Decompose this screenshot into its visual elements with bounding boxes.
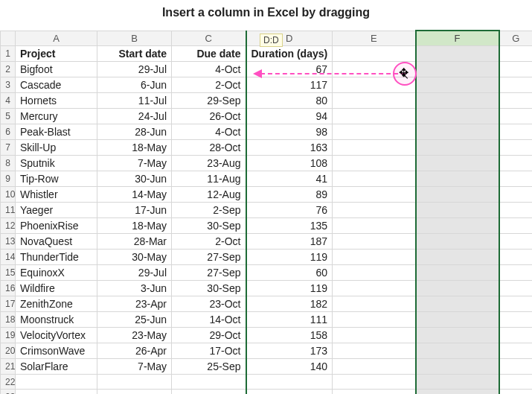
cell[interactable] — [499, 390, 533, 395]
cell[interactable] — [416, 171, 499, 187]
cell[interactable]: Wildfire — [16, 281, 97, 296]
cell[interactable]: 2-Oct — [172, 234, 246, 250]
cell[interactable]: 2-Sep — [172, 203, 246, 218]
cell[interactable]: 27-Sep — [172, 265, 246, 281]
row-header[interactable]: 5 — [1, 109, 16, 124]
cell[interactable]: Bigfoot — [16, 62, 97, 77]
cell[interactable] — [172, 375, 246, 390]
cell[interactable]: 3-Jun — [97, 281, 172, 296]
cell[interactable] — [246, 390, 333, 395]
cell[interactable]: 108 — [246, 156, 333, 171]
cell[interactable] — [416, 265, 499, 281]
cell[interactable]: Peak-Blast — [16, 124, 97, 140]
cell[interactable] — [416, 359, 499, 375]
cell[interactable]: 29-Jul — [97, 62, 172, 77]
row-header[interactable]: 8 — [1, 156, 16, 171]
cell[interactable] — [16, 390, 97, 395]
cell[interactable] — [16, 375, 97, 390]
cell[interactable]: ThunderTide — [16, 250, 97, 265]
cell[interactable] — [333, 234, 416, 250]
cell[interactable]: 23-May — [97, 328, 172, 343]
cell[interactable]: 173 — [246, 343, 333, 359]
row-header[interactable]: 10 — [1, 187, 16, 203]
select-all-corner[interactable] — [1, 31, 16, 46]
cell[interactable]: 163 — [246, 140, 333, 156]
cell[interactable] — [499, 93, 533, 109]
row-header[interactable]: 23 — [1, 390, 16, 395]
cell[interactable]: 30-Sep — [172, 281, 246, 296]
cell[interactable] — [333, 140, 416, 156]
cell[interactable] — [333, 390, 416, 395]
cell[interactable]: 14-May — [97, 187, 172, 203]
cell[interactable] — [499, 296, 533, 312]
cell[interactable] — [333, 250, 416, 265]
row-header[interactable]: 21 — [1, 359, 16, 375]
cell[interactable]: 7-May — [97, 156, 172, 171]
cell[interactable]: 182 — [246, 296, 333, 312]
cell[interactable]: 119 — [246, 281, 333, 296]
cell[interactable]: 14-Oct — [172, 312, 246, 328]
cell[interactable] — [333, 93, 416, 109]
cell[interactable] — [499, 328, 533, 343]
cell[interactable]: Hornets — [16, 93, 97, 109]
col-header-F[interactable]: F — [416, 31, 499, 46]
cell[interactable]: 23-Apr — [97, 296, 172, 312]
cell[interactable]: NovaQuest — [16, 234, 97, 250]
cell[interactable]: 11-Jul — [97, 93, 172, 109]
row-header[interactable]: 6 — [1, 124, 16, 140]
cell[interactable] — [333, 46, 416, 62]
col-header-E[interactable]: E — [333, 31, 416, 46]
cell[interactable] — [499, 124, 533, 140]
cell[interactable] — [499, 343, 533, 359]
cell[interactable] — [333, 281, 416, 296]
cell[interactable]: 27-Sep — [172, 250, 246, 265]
col-header-C[interactable]: C — [172, 31, 246, 46]
cell[interactable]: 28-Mar — [97, 234, 172, 250]
cell[interactable]: 135 — [246, 218, 333, 234]
row-header[interactable]: 4 — [1, 93, 16, 109]
cell[interactable]: 18-May — [97, 140, 172, 156]
cell[interactable] — [499, 140, 533, 156]
cell[interactable]: EquinoxX — [16, 265, 97, 281]
cell[interactable]: 28-Jun — [97, 124, 172, 140]
row-header[interactable]: 2 — [1, 62, 16, 77]
cell[interactable] — [333, 312, 416, 328]
cell[interactable] — [333, 296, 416, 312]
cell[interactable] — [97, 375, 172, 390]
row-header[interactable]: 19 — [1, 328, 16, 343]
row-header[interactable]: 3 — [1, 77, 16, 93]
cell[interactable] — [499, 203, 533, 218]
cell[interactable] — [416, 312, 499, 328]
cell[interactable]: 30-Sep — [172, 218, 246, 234]
cell[interactable]: 7-May — [97, 359, 172, 375]
cell[interactable] — [499, 187, 533, 203]
cell[interactable] — [499, 265, 533, 281]
cell[interactable]: Cascade — [16, 77, 97, 93]
cell[interactable] — [333, 124, 416, 140]
cell[interactable] — [333, 328, 416, 343]
cell[interactable] — [416, 187, 499, 203]
cell[interactable]: 4-Oct — [172, 62, 246, 77]
row-header[interactable]: 13 — [1, 234, 16, 250]
cell[interactable]: Duration (days) — [246, 46, 333, 62]
cell[interactable]: 117 — [246, 77, 333, 93]
cell[interactable]: Moonstruck — [16, 312, 97, 328]
col-header-B[interactable]: B — [97, 31, 172, 46]
cell[interactable] — [333, 218, 416, 234]
cell[interactable]: 29-Oct — [172, 328, 246, 343]
cell[interactable] — [499, 46, 533, 62]
cell[interactable]: 29-Sep — [172, 93, 246, 109]
row-header[interactable]: 1 — [1, 46, 16, 62]
cell[interactable]: 119 — [246, 250, 333, 265]
cell[interactable] — [246, 375, 333, 390]
col-header-D[interactable]: D — [246, 31, 333, 46]
cell[interactable]: 11-Aug — [172, 171, 246, 187]
cell[interactable]: 187 — [246, 234, 333, 250]
cell[interactable]: 6-Jun — [97, 77, 172, 93]
cell[interactable] — [416, 281, 499, 296]
cell[interactable]: 26-Oct — [172, 109, 246, 124]
cell[interactable]: Yaeger — [16, 203, 97, 218]
cell[interactable]: 111 — [246, 312, 333, 328]
cell[interactable] — [499, 109, 533, 124]
row-header[interactable]: 18 — [1, 312, 16, 328]
